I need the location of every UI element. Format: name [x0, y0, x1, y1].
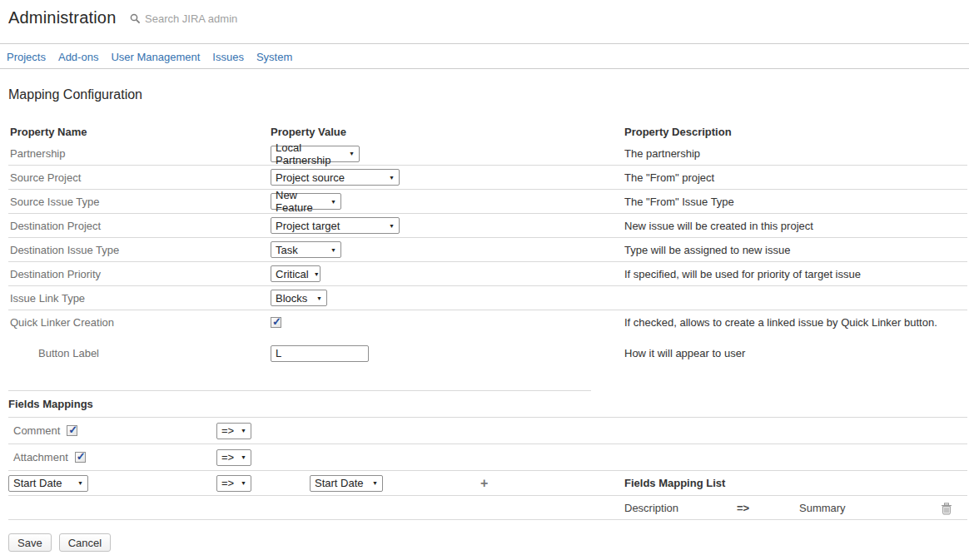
mapping-configuration-table: Property Name Property Value Property De…	[8, 121, 967, 520]
property-name-label: Partnership	[8, 147, 271, 160]
nav-item-user-management[interactable]: User Management	[111, 51, 200, 63]
table-row: Source Project Project source ▼ The "Fro…	[8, 166, 967, 190]
select-value: Critical	[276, 268, 309, 280]
dropdown-arrow-icon: ▼	[241, 454, 246, 460]
property-name-label: Quick Linker Creation	[8, 316, 271, 329]
fields-mapping-row: Comment => ▼	[8, 418, 967, 444]
target-field-select[interactable]: Start Date ▼	[310, 475, 383, 492]
property-name-label: Source Issue Type	[8, 196, 271, 208]
destination-issue-type-select[interactable]: Task ▼	[271, 241, 341, 258]
admin-search[interactable]	[130, 12, 286, 25]
property-description: New issue will be created in this projec…	[624, 220, 967, 232]
select-value: Start Date	[13, 477, 62, 489]
admin-nav: Projects Add-ons User Management Issues …	[0, 45, 969, 69]
search-input[interactable]	[145, 12, 286, 25]
page-title: Administration	[8, 8, 117, 27]
dropdown-arrow-icon: ▼	[314, 271, 320, 277]
field-label: Attachment	[13, 451, 68, 463]
cancel-button[interactable]: Cancel	[59, 533, 111, 552]
table-row: Destination Priority Critical ▼ If speci…	[8, 262, 967, 286]
quick-linker-checkbox[interactable]	[271, 317, 281, 328]
mapping-operator-label: =>	[737, 502, 749, 514]
table-row: Button Label How it will appear to user	[8, 335, 967, 372]
table-row: Quick Linker Creation If checked, allows…	[8, 310, 967, 335]
table-row: Source Issue Type New Feature ▼ The "Fro…	[8, 190, 967, 214]
dropdown-arrow-icon: ▼	[330, 199, 336, 205]
property-name-label: Destination Priority	[8, 268, 271, 280]
nav-item-system[interactable]: System	[256, 51, 292, 63]
select-value: Start Date	[315, 477, 364, 489]
dropdown-arrow-icon: ▼	[372, 480, 378, 486]
search-icon	[130, 13, 141, 24]
nav-item-projects[interactable]: Projects	[7, 51, 46, 63]
destination-project-select[interactable]: Project target ▼	[271, 217, 400, 234]
fields-mapping-list-row: Description => Summary	[8, 496, 967, 520]
nav-item-issues[interactable]: Issues	[212, 51, 244, 63]
table-row: Partnership Local Partnership ▼ The part…	[8, 142, 967, 166]
property-name-label: Destination Issue Type	[8, 244, 271, 256]
app-header: Administration	[0, 0, 969, 44]
comment-checkbox[interactable]	[67, 425, 77, 436]
property-description: If checked, allows to create a linked is…	[624, 316, 967, 329]
destination-priority-select[interactable]: Critical ▼	[271, 265, 321, 282]
fields-mapping-list-title: Fields Mapping List	[624, 477, 725, 489]
add-mapping-button[interactable]: +	[480, 477, 488, 490]
dropdown-arrow-icon: ▼	[349, 151, 355, 156]
source-issue-type-select[interactable]: New Feature ▼	[271, 193, 341, 210]
fields-mapping-row: Start Date ▼ => ▼ Start Date ▼ + Fields …	[8, 471, 967, 496]
save-button[interactable]: Save	[8, 533, 52, 552]
partnership-select[interactable]: Local Partnership ▼	[271, 146, 360, 162]
mapping-operator-select[interactable]: => ▼	[216, 475, 251, 492]
table-row: Destination Issue Type Task ▼ Type will …	[8, 238, 967, 262]
select-value: Project target	[276, 220, 340, 232]
select-value: Project source	[276, 171, 345, 184]
property-name-label: Destination Project	[8, 220, 271, 232]
dropdown-arrow-icon: ▼	[316, 295, 322, 301]
column-header-property-value: Property Value	[271, 126, 624, 138]
select-value: =>	[221, 477, 234, 489]
property-description: Type will be assigned to new issue	[624, 244, 967, 256]
property-name-label: Button Label	[8, 347, 271, 359]
trash-icon	[941, 505, 952, 518]
fields-mappings-title: Fields Mappings	[8, 398, 93, 410]
column-header-property-name: Property Name	[8, 126, 271, 138]
property-name-label: Source Project	[8, 171, 271, 184]
property-description: If specified, will be used for priority …	[624, 268, 967, 280]
select-value: New Feature	[276, 189, 325, 214]
source-project-select[interactable]: Project source ▼	[271, 169, 400, 186]
property-description: The "From" project	[624, 171, 967, 184]
dropdown-arrow-icon: ▼	[77, 480, 83, 486]
attachment-operator-select[interactable]: => ▼	[216, 449, 251, 466]
column-header-property-description: Property Description	[624, 126, 967, 138]
table-row: Issue Link Type Blocks ▼	[8, 286, 967, 310]
fields-mappings-header-row: Fields Mappings	[8, 391, 967, 418]
dropdown-arrow-icon: ▼	[330, 247, 336, 253]
select-value: Blocks	[276, 292, 307, 305]
select-value: =>	[221, 424, 234, 437]
dropdown-arrow-icon: ▼	[241, 428, 246, 434]
delete-mapping-button[interactable]	[941, 503, 952, 515]
mapping-source-label: Description	[624, 502, 678, 514]
property-description: How it will appear to user	[624, 347, 967, 359]
comment-operator-select[interactable]: => ▼	[216, 423, 251, 439]
nav-item-addons[interactable]: Add-ons	[58, 51, 98, 63]
field-label: Comment	[13, 424, 60, 437]
property-description: The "From" Issue Type	[624, 196, 967, 208]
property-description: The partnership	[624, 147, 967, 160]
mapping-target-label: Summary	[799, 502, 846, 514]
source-field-select[interactable]: Start Date ▼	[8, 475, 88, 492]
select-value: Local Partnership	[276, 141, 344, 166]
dropdown-arrow-icon: ▼	[389, 223, 395, 229]
attachment-checkbox[interactable]	[75, 452, 86, 463]
select-value: Task	[276, 244, 298, 256]
button-label-input[interactable]	[271, 345, 369, 362]
form-actions: Save Cancel	[8, 533, 111, 552]
fields-mapping-row: Attachment => ▼	[8, 444, 967, 471]
table-header-row: Property Name Property Value Property De…	[8, 121, 967, 142]
section-title: Mapping Configuration	[8, 87, 142, 102]
property-name-label: Issue Link Type	[8, 292, 271, 305]
issue-link-type-select[interactable]: Blocks ▼	[271, 290, 327, 306]
dropdown-arrow-icon: ▼	[389, 175, 395, 181]
dropdown-arrow-icon: ▼	[241, 480, 246, 486]
select-value: =>	[221, 451, 234, 463]
